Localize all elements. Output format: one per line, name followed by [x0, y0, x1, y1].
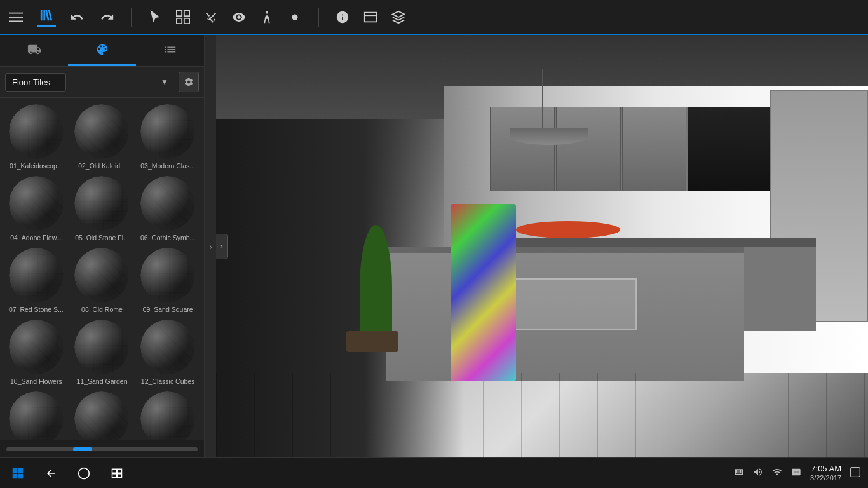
- start-button[interactable]: [8, 463, 28, 484]
- svg-rect-4: [43, 10, 45, 21]
- material-item-5[interactable]: 05_Old Stone Fl...: [71, 175, 133, 241]
- svg-rect-1: [9, 17, 23, 18]
- library-icon[interactable]: [37, 8, 56, 27]
- svg-rect-6: [184, 10, 189, 15]
- material-item-11[interactable]: 11_Sand Garden: [71, 318, 133, 385]
- notification-icon[interactable]: [850, 467, 860, 479]
- clock-time: 7:05 AM: [810, 464, 841, 474]
- figure-icon[interactable]: [257, 8, 276, 27]
- material-label-11: 11_Sand Garden: [77, 377, 128, 385]
- sphere-inner-4: [9, 176, 64, 231]
- scroll-track[interactable]: [6, 447, 198, 451]
- sphere-inner-11: [74, 320, 129, 374]
- material-item-15[interactable]: 15_Classic Old C...: [137, 390, 199, 440]
- svg-rect-19: [118, 469, 122, 473]
- viewport[interactable]: ›: [216, 35, 868, 458]
- material-label-8: 08_Old Rome: [81, 306, 123, 313]
- dropdown-arrow-icon: ▼: [161, 78, 168, 86]
- material-sphere-4: [8, 175, 65, 232]
- material-item-3[interactable]: 03_Modern Clas...: [137, 103, 199, 170]
- hamburger-icon[interactable]: [6, 8, 25, 27]
- material-sphere-12: [139, 318, 196, 376]
- svg-rect-0: [9, 12, 23, 13]
- home-button[interactable]: [74, 463, 94, 484]
- info-icon[interactable]: [333, 8, 352, 27]
- furniture-tab[interactable]: [0, 35, 68, 66]
- eye-icon[interactable]: [229, 8, 248, 27]
- keyboard-tray-icon[interactable]: [734, 467, 744, 479]
- material-item-4[interactable]: 04_Adobe Flow...: [5, 175, 67, 241]
- redo-icon[interactable]: [98, 8, 117, 27]
- taskbar: 7:05 AM 3/22/2017: [0, 458, 868, 488]
- svg-rect-2: [9, 20, 23, 22]
- sphere-inner-7: [9, 248, 64, 302]
- material-grid: 01_Kaleidoscop...02_Old Kaleid...03_Mode…: [0, 98, 204, 440]
- materials-tab[interactable]: [68, 35, 136, 66]
- cube3d-icon[interactable]: [389, 8, 408, 27]
- material-item-10[interactable]: 10_Sand Flowers: [5, 318, 67, 385]
- material-sphere-8: [73, 247, 130, 304]
- scissors-icon[interactable]: [201, 8, 220, 27]
- window-icon[interactable]: [361, 8, 380, 27]
- material-item-9[interactable]: 09_Sand Square: [137, 247, 199, 313]
- system-clock[interactable]: 7:05 AM 3/22/2017: [810, 464, 841, 482]
- material-item-8[interactable]: 08_Old Rome: [71, 247, 133, 313]
- material-sphere-13: [8, 390, 65, 440]
- list-tab[interactable]: [136, 35, 204, 66]
- material-sphere-2: [73, 103, 130, 160]
- panel-tabs: [0, 35, 204, 67]
- sphere-inner-8: [74, 248, 129, 302]
- grid-icon[interactable]: [173, 8, 193, 27]
- svg-rect-11: [365, 12, 376, 22]
- material-item-12[interactable]: 12_Classic Cubes: [137, 318, 199, 385]
- category-dropdown-wrapper[interactable]: Floor TilesWall TilesWood FloorsCarpetsC…: [5, 73, 175, 92]
- pendant-wire: [542, 69, 543, 132]
- network-tray-icon[interactable]: [772, 467, 782, 479]
- kitchen-island: [386, 247, 744, 382]
- collapse-panel-button[interactable]: ›: [205, 35, 216, 458]
- undo-icon[interactable]: [67, 8, 86, 27]
- material-sphere-1: [8, 103, 65, 160]
- material-item-13[interactable]: 13_Classic Ashlar: [5, 390, 67, 440]
- viewport-scene: ›: [216, 35, 868, 458]
- separator-2: [318, 8, 319, 27]
- category-select[interactable]: Floor TilesWall TilesWood FloorsCarpetsC…: [5, 73, 66, 92]
- material-item-6[interactable]: 06_Gothic Symb...: [137, 175, 199, 241]
- sphere-inner-15: [140, 391, 195, 440]
- dropdown-row: Floor TilesWall TilesWood FloorsCarpetsC…: [0, 67, 204, 98]
- volume-tray-icon[interactable]: [753, 467, 763, 479]
- svg-rect-13: [13, 468, 18, 473]
- material-label-1: 01_Kaleidoscop...: [10, 162, 62, 170]
- scroll-thumb[interactable]: [73, 447, 92, 451]
- material-sphere-7: [8, 247, 65, 304]
- material-label-9: 09_Sand Square: [143, 306, 193, 313]
- sun-icon[interactable]: [285, 8, 304, 27]
- sphere-inner-10: [9, 320, 64, 374]
- material-sphere-6: [139, 175, 196, 232]
- pointer-icon[interactable]: [146, 8, 165, 27]
- svg-rect-3: [41, 10, 43, 21]
- left-panel: Floor TilesWall TilesWood FloorsCarpetsC…: [0, 35, 205, 458]
- back-button[interactable]: [41, 463, 61, 484]
- sphere-inner-14: [74, 391, 129, 440]
- material-item-1[interactable]: 01_Kaleidoscop...: [5, 103, 67, 170]
- taskview-button[interactable]: [107, 463, 127, 484]
- material-item-7[interactable]: 07_Red Stone S...: [5, 247, 67, 313]
- action-center-icon[interactable]: [791, 467, 801, 479]
- tool-group-1: [146, 8, 304, 27]
- settings-button[interactable]: [179, 72, 199, 92]
- sphere-inner-9: [140, 248, 195, 302]
- material-label-3: 03_Modern Clas...: [140, 162, 195, 170]
- sphere-inner-13: [9, 391, 64, 440]
- material-item-2[interactable]: 02_Old Kaleid...: [71, 103, 133, 170]
- sphere-inner-6: [140, 176, 195, 231]
- svg-rect-22: [851, 468, 860, 477]
- material-item-14[interactable]: 14_Sand Classic: [71, 390, 133, 440]
- material-sphere-9: [139, 247, 196, 304]
- separator-1: [131, 8, 132, 27]
- material-label-12: 12_Classic Cubes: [141, 377, 195, 385]
- svg-point-10: [292, 14, 297, 20]
- clock-date: 3/22/2017: [810, 474, 841, 482]
- expand-viewport-button[interactable]: ›: [216, 234, 228, 259]
- svg-point-17: [79, 468, 90, 478]
